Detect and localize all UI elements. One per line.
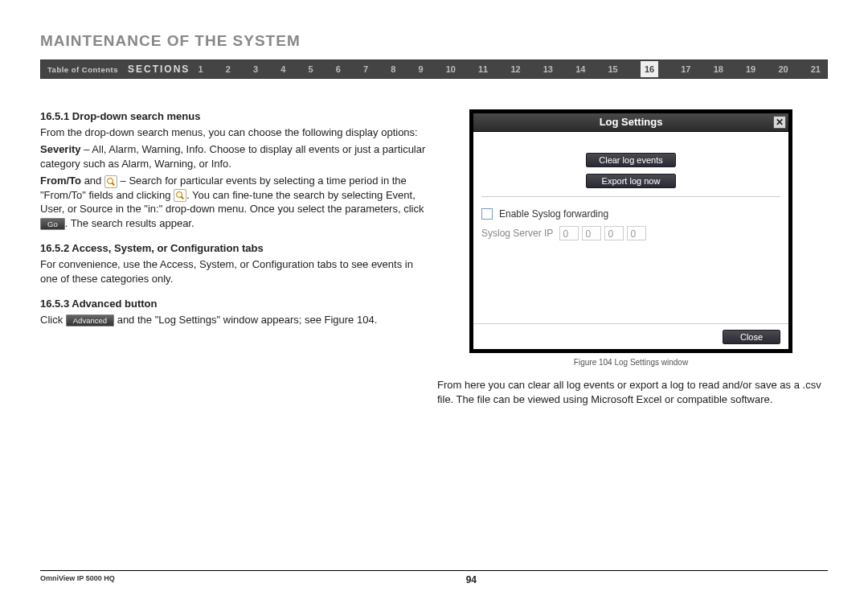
para-advanced: Click Advanced and the "Log Settings" wi… (40, 313, 426, 327)
para-tabs: For convenience, use the Access, System,… (40, 257, 426, 286)
section-link-19[interactable]: 19 (746, 64, 755, 74)
severity-label: Severity (40, 143, 81, 155)
para-fromto: From/To and – Search for particular even… (40, 174, 426, 230)
adv-text-post: and the "Log Settings" window appears; s… (114, 314, 377, 326)
figure-104: Log Settings ✕ Clear log events Export l… (469, 109, 792, 353)
adv-text-pre: Click (40, 314, 66, 326)
advanced-button: Advanced (66, 314, 114, 327)
section-link-12[interactable]: 12 (510, 64, 520, 74)
search-icon (174, 189, 186, 202)
severity-text: – All, Alarm, Warning, Info. Choose to d… (40, 143, 425, 170)
close-icon[interactable]: ✕ (773, 116, 786, 129)
heading-16-5-3: 16.5.3 Advanced button (40, 297, 426, 311)
section-link-9[interactable]: 9 (418, 64, 423, 74)
heading-16-5-2: 16.5.2 Access, System, or Configuration … (40, 241, 426, 256)
dialog-title-bar: Log Settings ✕ (473, 113, 788, 132)
right-column: Log Settings ✕ Clear log events Export l… (426, 109, 828, 406)
dialog-body: Clear log events Export log now Enable S… (473, 132, 788, 323)
section-link-21[interactable]: 21 (811, 64, 821, 74)
section-link-1[interactable]: 1 (198, 64, 203, 74)
export-log-button[interactable]: Export log now (586, 174, 676, 188)
page-number: 94 (40, 574, 828, 585)
ip-octet-1[interactable]: 0 (559, 226, 579, 240)
toc-link[interactable]: Table of Contents (41, 65, 125, 74)
section-link-7[interactable]: 7 (363, 64, 368, 74)
para-intro: From the drop-down search menus, you can… (40, 125, 426, 140)
dialog-title: Log Settings (600, 116, 663, 128)
ip-octet-3[interactable]: 0 (604, 226, 624, 240)
product-name: OmniView IP 5000 HQ (40, 574, 115, 582)
para-export-note: From here you can clear all log events o… (434, 378, 828, 406)
page-title: MAINTENANCE OF THE SYSTEM (40, 32, 828, 50)
syslog-ip-label: Syslog Server IP (481, 228, 553, 239)
section-link-20[interactable]: 20 (778, 64, 788, 74)
section-link-15[interactable]: 15 (608, 64, 618, 74)
log-settings-dialog: Log Settings ✕ Clear log events Export l… (473, 113, 788, 349)
section-link-10[interactable]: 10 (446, 64, 456, 74)
fromto-text3: . The search results appear. (65, 217, 194, 229)
syslog-ip-row: Syslog Server IP 0 0 0 0 (481, 226, 780, 240)
ip-octet-2[interactable]: 0 (582, 226, 601, 240)
sections-label: SECTIONS (125, 64, 198, 75)
enable-syslog-row[interactable]: Enable Syslog forwarding (481, 208, 780, 220)
section-link-5[interactable]: 5 (308, 64, 313, 74)
para-severity: Severity – All, Alarm, Warning, Info. Ch… (40, 142, 426, 170)
fromto-and: and (81, 175, 104, 187)
section-link-3[interactable]: 3 (253, 64, 258, 74)
left-column: 16.5.1 Drop-down search menus From the d… (40, 109, 426, 406)
fromto-label: From/To (40, 175, 81, 187)
ip-octet-4[interactable]: 0 (627, 226, 646, 240)
section-nav-bar: Table of Contents SECTIONS 1 2 3 4 5 6 7… (40, 60, 828, 79)
figure-caption: Figure 104 Log Settings window (434, 358, 828, 367)
footer-divider (40, 570, 828, 571)
syslog-section: Enable Syslog forwarding Syslog Server I… (481, 196, 780, 240)
section-link-17[interactable]: 17 (681, 64, 690, 74)
dialog-footer: Close (473, 323, 788, 349)
clear-log-button[interactable]: Clear log events (586, 153, 676, 167)
section-link-2[interactable]: 2 (226, 64, 231, 74)
section-link-14[interactable]: 14 (575, 64, 585, 74)
go-button: Go (40, 218, 65, 230)
section-link-16[interactable]: 16 (641, 61, 658, 77)
page-footer: OmniView IP 5000 HQ 94 (40, 570, 828, 585)
section-link-4[interactable]: 4 (280, 64, 285, 74)
heading-16-5-1: 16.5.1 Drop-down search menus (40, 109, 426, 124)
section-link-6[interactable]: 6 (336, 64, 341, 74)
section-link-13[interactable]: 13 (543, 64, 553, 74)
enable-syslog-label: Enable Syslog forwarding (499, 208, 608, 220)
section-link-18[interactable]: 18 (714, 64, 723, 74)
checkbox-icon[interactable] (481, 208, 493, 220)
close-button[interactable]: Close (723, 330, 780, 344)
section-link-11[interactable]: 11 (478, 64, 488, 74)
section-link-8[interactable]: 8 (391, 64, 395, 74)
section-numbers: 1 2 3 4 5 6 7 8 9 10 11 12 13 14 15 16 1… (198, 64, 827, 74)
search-icon (104, 175, 117, 188)
